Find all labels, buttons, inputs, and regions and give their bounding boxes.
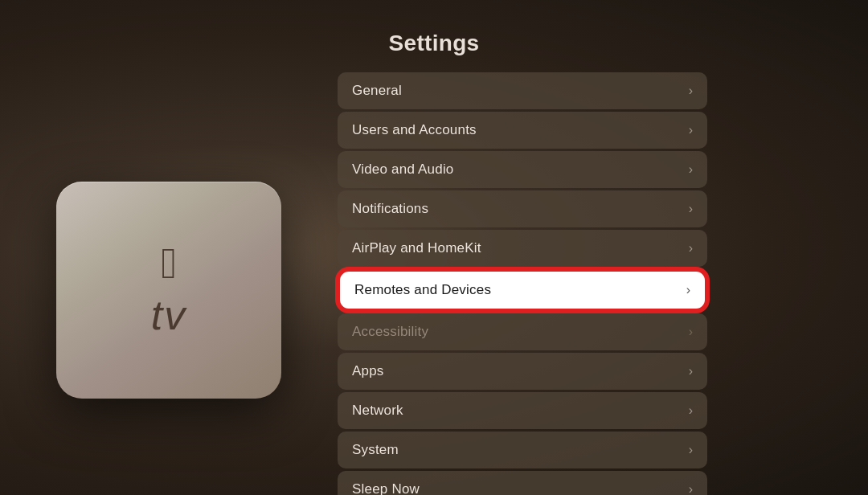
settings-label-general: General: [352, 83, 402, 99]
settings-label-network: Network: [352, 403, 403, 419]
chevron-icon-network: ›: [689, 403, 693, 418]
page-title: Settings: [389, 31, 480, 56]
settings-label-notifications: Notifications: [352, 201, 428, 217]
settings-item-video-and-audio[interactable]: Video and Audio›: [338, 151, 707, 188]
settings-item-airplay-and-homekit[interactable]: AirPlay and HomeKit›: [338, 230, 707, 267]
settings-label-apps: Apps: [352, 363, 384, 379]
chevron-icon-remotes-and-devices: ›: [686, 283, 690, 297]
settings-item-general[interactable]: General›: [338, 72, 707, 109]
apple-tv-device:  tv: [48, 170, 289, 411]
settings-item-apps[interactable]: Apps›: [338, 353, 707, 390]
tv-text-label: tv: [151, 291, 186, 339]
settings-item-accessibility[interactable]: Accessibility›: [338, 313, 707, 350]
settings-item-notifications[interactable]: Notifications›: [338, 190, 707, 227]
apple-logo-icon: : [161, 241, 177, 284]
settings-label-accessibility: Accessibility: [352, 324, 428, 340]
settings-label-system: System: [352, 442, 399, 458]
chevron-icon-airplay-and-homekit: ›: [689, 241, 693, 256]
settings-item-remotes-and-devices[interactable]: Remotes and Devices›: [338, 269, 707, 311]
settings-item-users-and-accounts[interactable]: Users and Accounts›: [338, 112, 707, 149]
settings-label-video-and-audio: Video and Audio: [352, 162, 454, 178]
chevron-icon-users-and-accounts: ›: [689, 123, 693, 137]
chevron-icon-system: ›: [689, 443, 693, 457]
settings-item-network[interactable]: Network›: [338, 392, 707, 429]
chevron-icon-general: ›: [689, 84, 693, 98]
settings-item-system[interactable]: System›: [338, 432, 707, 468]
settings-item-sleep-now[interactable]: Sleep Now›: [338, 471, 707, 495]
settings-label-remotes-and-devices: Remotes and Devices: [354, 282, 491, 298]
apple-tv-logo-area:  tv: [151, 241, 186, 339]
chevron-icon-notifications: ›: [689, 202, 693, 216]
settings-label-airplay-and-homekit: AirPlay and HomeKit: [352, 240, 481, 256]
settings-label-sleep-now: Sleep Now: [352, 481, 420, 495]
chevron-icon-video-and-audio: ›: [689, 162, 693, 177]
main-content:  tv General›Users and Accounts›Video an…: [0, 72, 868, 495]
apple-tv-box:  tv: [56, 182, 281, 399]
chevron-icon-apps: ›: [689, 364, 693, 378]
settings-list: General›Users and Accounts›Video and Aud…: [338, 72, 707, 495]
chevron-icon-accessibility: ›: [689, 325, 693, 339]
chevron-icon-sleep-now: ›: [689, 482, 693, 495]
settings-label-users-and-accounts: Users and Accounts: [352, 122, 477, 138]
